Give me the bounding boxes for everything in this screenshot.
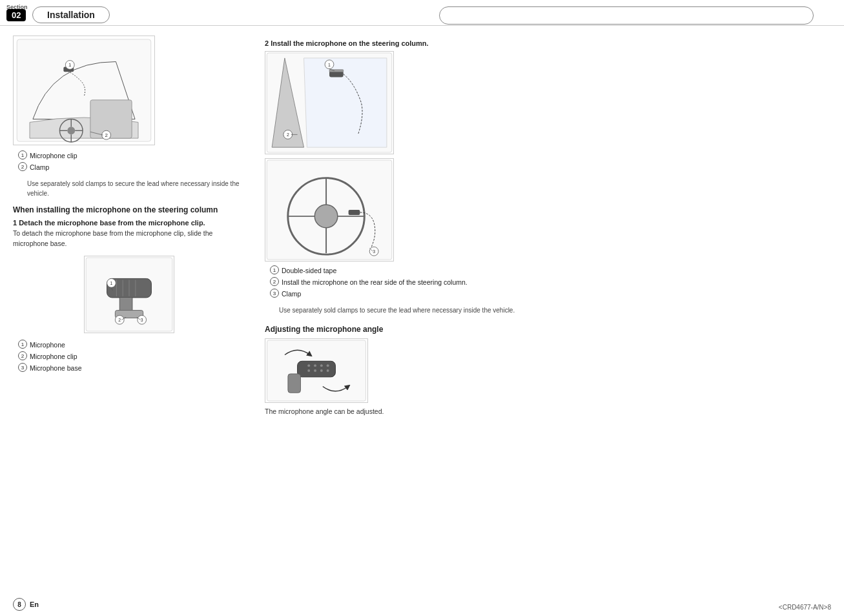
caption-3-sub: Use separately sold clamps to secure the… <box>279 305 831 315</box>
footer: 8 En <box>13 598 39 611</box>
caption-1-sub: Use separately sold clamps to secure the… <box>27 179 245 198</box>
steering-top-diagram: 1 2 <box>265 51 394 154</box>
caption-3-3-text: Clamp <box>282 289 301 300</box>
svg-rect-7 <box>90 100 132 138</box>
car-diagram: 1 2 <box>13 36 155 145</box>
left-column: 1 2 1 Microphone clip 2 Clamp Use separa… <box>13 36 245 584</box>
adjusting-body: The microphone angle can be adjusted. <box>265 407 831 417</box>
circled-2b: 2 <box>18 351 27 360</box>
circled-3b: 3 <box>18 363 27 372</box>
caption-3-2-text: Install the microphone on the rear side … <box>282 277 468 289</box>
svg-point-58 <box>320 369 323 372</box>
caption-list-1: 1 Microphone clip 2 Clamp <box>18 150 245 174</box>
svg-point-54 <box>307 369 310 372</box>
step2-heading: 2 Install the microphone on the steering… <box>265 39 831 47</box>
svg-point-57 <box>320 365 323 367</box>
svg-text:1: 1 <box>110 281 113 285</box>
svg-point-55 <box>314 365 316 367</box>
circled-1b: 1 <box>18 340 27 349</box>
steering-bottom-illustration: 3 <box>265 159 393 261</box>
svg-point-53 <box>307 365 310 367</box>
caption-2-text: Clamp <box>30 162 49 174</box>
svg-rect-52 <box>298 362 336 378</box>
svg-text:2: 2 <box>118 318 121 322</box>
clip-illustration: 1 2 3 <box>85 256 174 333</box>
svg-point-42 <box>314 205 338 228</box>
svg-text:2: 2 <box>105 132 107 138</box>
footer-code: <CRD4677-A/N>8 <box>779 604 831 611</box>
caption-3-1-text: Double-sided tape <box>282 265 336 277</box>
svg-text:3: 3 <box>373 249 375 254</box>
svg-point-56 <box>314 369 316 372</box>
caption-list-3: 1 Double-sided tape 2 Install the microp… <box>270 265 831 300</box>
main-content: 1 2 1 Microphone clip 2 Clamp Use separa… <box>0 29 844 590</box>
steering-bottom-diagram: 3 <box>265 158 394 262</box>
svg-text:1: 1 <box>68 62 71 68</box>
right-column: 2 Install the microphone on the steering… <box>265 36 831 584</box>
circled-2: 2 <box>18 162 27 171</box>
svg-point-60 <box>327 369 329 372</box>
caption-list-2: 1 Microphone 2 Microphone clip 3 Microph… <box>18 340 245 375</box>
caption-2-1-text: Microphone <box>30 340 65 351</box>
svg-point-2 <box>67 127 75 134</box>
angle-diagram <box>265 338 368 403</box>
page-number: 8 <box>13 598 26 611</box>
svg-point-59 <box>327 365 329 367</box>
footer-lang: En <box>30 601 39 608</box>
page-header: Section 02 Installation <box>0 0 844 26</box>
header-title: Installation <box>32 6 110 23</box>
svg-text:2: 2 <box>287 132 289 137</box>
microphone-clip-diagram: 1 2 3 <box>84 256 174 333</box>
section-number: 02 <box>6 9 26 21</box>
caption-1-text: Microphone clip <box>30 150 77 162</box>
adjusting-heading: Adjusting the microphone angle <box>265 324 831 335</box>
caption-2-3-text: Microphone base <box>30 363 82 375</box>
section-heading-microphone: When installing the microphone on the st… <box>13 205 245 216</box>
steering-top-illustration: 1 2 <box>265 52 393 154</box>
circled-1: 1 <box>18 150 27 159</box>
step1-heading: 1 Detach the microphone base from the mi… <box>13 219 245 227</box>
circled-1c: 1 <box>270 265 279 274</box>
caption-2-2-text: Microphone clip <box>30 351 77 363</box>
car-illustration: 1 2 <box>14 36 154 145</box>
circled-3c: 3 <box>270 289 279 298</box>
circled-2c: 2 <box>270 277 279 286</box>
step1-body: To detach the microphone base from the m… <box>13 229 245 249</box>
svg-text:3: 3 <box>141 318 143 322</box>
svg-rect-61 <box>288 374 301 393</box>
svg-rect-47 <box>349 210 360 215</box>
svg-text:1: 1 <box>328 63 331 67</box>
angle-illustration <box>265 339 367 402</box>
header-right-pill <box>439 6 814 25</box>
